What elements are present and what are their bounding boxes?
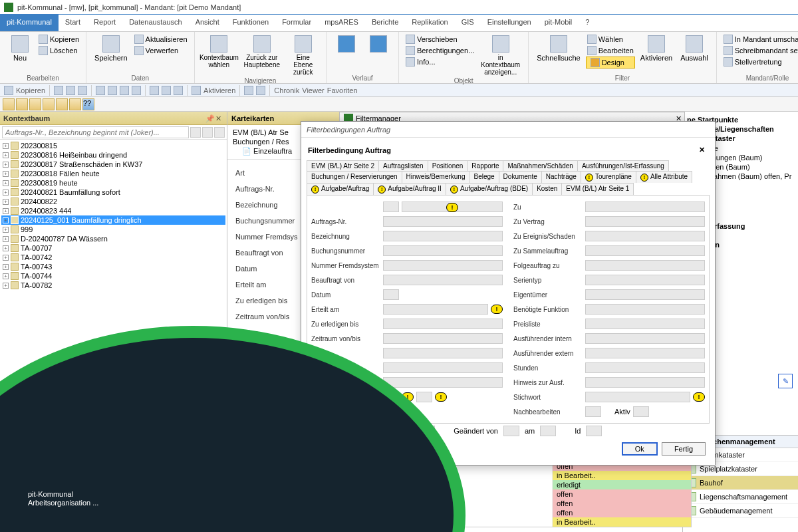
input-field[interactable] bbox=[585, 289, 705, 300]
tree-item[interactable]: +TA-00782 bbox=[1, 281, 225, 290]
tree-item[interactable]: +202400822 bbox=[1, 197, 225, 206]
kopieren-button[interactable]: Kopieren bbox=[37, 34, 80, 45]
input-field[interactable] bbox=[585, 216, 705, 227]
expand-icon[interactable]: + bbox=[3, 283, 9, 289]
field[interactable] bbox=[586, 426, 602, 436]
dialog-tab[interactable]: Belege bbox=[469, 171, 499, 183]
input-field[interactable] bbox=[585, 260, 705, 271]
menubar-tab[interactable]: GIS bbox=[455, 15, 481, 31]
qb-icon[interactable] bbox=[192, 86, 201, 95]
dialog-tab[interactable]: Alle Attribute bbox=[636, 171, 692, 183]
verschieben-button[interactable]: Verschieben bbox=[404, 34, 475, 45]
waehlen-button[interactable]: Wählen bbox=[586, 34, 635, 45]
fertig-button[interactable]: Fertig bbox=[662, 442, 706, 456]
close-icon[interactable]: ✕ bbox=[215, 114, 223, 122]
aktualisieren-button[interactable]: Aktualisieren bbox=[133, 34, 189, 45]
qb-icon[interactable] bbox=[4, 86, 13, 95]
kontextbaum-button[interactable]: Kontextbaum wählen bbox=[200, 34, 239, 77]
input-field[interactable] bbox=[585, 319, 705, 329]
expand-icon[interactable]: + bbox=[3, 199, 9, 205]
expand-icon[interactable]: + bbox=[3, 255, 9, 261]
qb-icon[interactable] bbox=[108, 86, 117, 95]
qb-favoriten[interactable]: Favoriten bbox=[327, 86, 358, 94]
input-field[interactable] bbox=[383, 319, 503, 329]
dialog-tab[interactable]: EVM (B/L) Atr Seite 2 bbox=[307, 160, 379, 171]
qb-icon[interactable] bbox=[78, 86, 87, 95]
edit-button[interactable]: ✎ bbox=[778, 374, 793, 388]
bearbeiten-filter-button[interactable]: Bearbeiten bbox=[586, 45, 635, 56]
qb-viewer[interactable]: Viewer bbox=[302, 86, 324, 94]
tree-item[interactable]: +TA-00707 bbox=[1, 243, 225, 253]
input-field[interactable] bbox=[585, 377, 705, 388]
in-kontextbaum-button[interactable]: in Kontextbaum anzeigen... bbox=[478, 34, 523, 77]
tree-item[interactable]: +202300819 heute bbox=[1, 178, 225, 188]
dialog-tab[interactable]: Positionen bbox=[428, 160, 468, 171]
expand-icon[interactable]: + bbox=[3, 152, 9, 158]
search-input[interactable] bbox=[2, 126, 189, 138]
dialog-tab[interactable]: Maßnahmen/Schäden bbox=[503, 160, 577, 171]
expand-icon[interactable]: + bbox=[3, 180, 9, 186]
dialog-tab[interactable]: Auftragslisten bbox=[378, 160, 428, 171]
dialog-title[interactable]: Filterbedingungen Auftrag bbox=[301, 122, 715, 138]
dialog-tab[interactable]: Aufgabe/Auftrag (BDE) bbox=[446, 183, 533, 195]
close-icon[interactable]: ✕ bbox=[699, 146, 708, 155]
dialog-tab[interactable]: Buchungen / Reservierungen bbox=[307, 171, 402, 183]
input-field[interactable] bbox=[585, 348, 705, 358]
dialog-tab[interactable]: Dokumente bbox=[499, 171, 542, 183]
menubar-tab[interactable]: Replikation bbox=[405, 15, 454, 31]
qb-aktivieren[interactable]: Aktivieren bbox=[203, 86, 235, 94]
ebene-button[interactable]: Eine Ebene zurück bbox=[286, 34, 321, 77]
qb-icon[interactable] bbox=[66, 86, 75, 95]
qb-icon[interactable] bbox=[244, 86, 253, 95]
tree-item[interactable]: +TA-00742 bbox=[1, 253, 225, 262]
input-field[interactable] bbox=[383, 333, 503, 344]
input-field[interactable] bbox=[383, 348, 503, 358]
auswahl-button[interactable]: Auswahl bbox=[678, 34, 711, 74]
input-field[interactable] bbox=[585, 304, 705, 315]
tree-item[interactable]: +202300817 Straßenschäden in KW37 bbox=[1, 160, 225, 169]
qb-icon[interactable] bbox=[174, 86, 183, 95]
tb-icon[interactable] bbox=[43, 98, 55, 110]
expand-icon[interactable]: + bbox=[3, 245, 9, 251]
qb-icon[interactable] bbox=[256, 86, 265, 95]
menubar-tab[interactable]: ? bbox=[579, 15, 596, 31]
expand-icon[interactable]: + bbox=[3, 143, 9, 149]
aktivieren-filter-button[interactable]: Aktivieren bbox=[638, 34, 675, 74]
tree-item[interactable]: +20240125_001 Baumfällung dringlich bbox=[1, 215, 225, 225]
field[interactable] bbox=[540, 426, 556, 436]
schnellsuche-button[interactable]: Schnellsuche bbox=[534, 34, 583, 74]
menubar-tab[interactable]: Einstellungen bbox=[481, 15, 538, 31]
menubar-tab[interactable]: Datenaustausch bbox=[122, 15, 189, 31]
qb-kopieren[interactable]: Kopieren bbox=[16, 86, 45, 94]
menubar-tab[interactable]: Formular bbox=[275, 15, 318, 31]
pin-icon[interactable]: 📌 bbox=[205, 114, 213, 122]
tb-icon[interactable]: ?? bbox=[82, 98, 94, 110]
qb-icon[interactable] bbox=[120, 86, 129, 95]
loeschen-button[interactable]: Löschen bbox=[37, 45, 80, 56]
menubar-tab[interactable]: Berichte bbox=[365, 15, 405, 31]
berechtigungen-button[interactable]: Berechtigungen... bbox=[404, 45, 475, 56]
speichern-button[interactable]: Speichern bbox=[92, 34, 130, 74]
history-back-button[interactable] bbox=[332, 34, 361, 74]
input-field[interactable] bbox=[383, 216, 503, 227]
expand-icon[interactable]: + bbox=[3, 227, 9, 233]
menubar-tab[interactable]: pit-Mobil bbox=[538, 15, 579, 31]
input-field[interactable] bbox=[383, 362, 503, 373]
expand-icon[interactable]: + bbox=[3, 236, 9, 242]
neu-button[interactable]: Neu bbox=[5, 34, 35, 74]
menubar-app[interactable]: pit-Kommunal bbox=[0, 15, 59, 31]
tb-icon[interactable] bbox=[16, 98, 28, 110]
expand-icon[interactable]: + bbox=[3, 171, 9, 177]
history-fwd-button[interactable] bbox=[364, 34, 393, 74]
dialog-tab[interactable]: Aufgabe/Auftrag bbox=[307, 183, 374, 195]
dialog-tab[interactable]: Tourenpläne bbox=[581, 171, 636, 183]
tree-item[interactable]: +TA-00744 bbox=[1, 271, 225, 281]
tree-item[interactable]: +TA-00743 bbox=[1, 262, 225, 271]
expand-icon[interactable]: + bbox=[3, 217, 9, 223]
qb-chronik[interactable]: Chronik bbox=[274, 86, 299, 94]
dialog-tab[interactable]: Hinweis/Bemerkung bbox=[402, 171, 470, 183]
input-field[interactable] bbox=[585, 362, 705, 373]
tb-icon[interactable] bbox=[29, 98, 41, 110]
tree-item[interactable]: +202300816 Heißeinbau dringend bbox=[1, 150, 225, 160]
zurueck-button[interactable]: Zurück zur Hauptebene bbox=[241, 34, 283, 77]
